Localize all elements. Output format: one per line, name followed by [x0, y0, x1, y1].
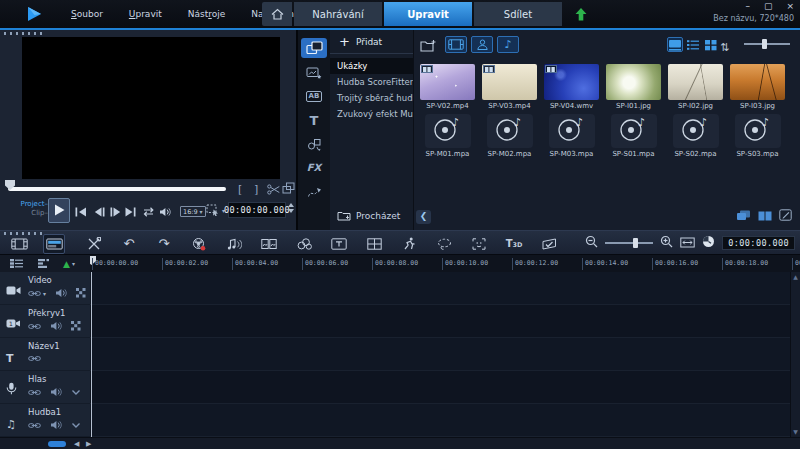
media-item[interactable]: ♪ SP-M03.mpa [544, 114, 599, 158]
track-header-overlay[interactable]: 1 Překryv1 [0, 305, 90, 338]
timeline-view-icon[interactable] [43, 234, 65, 254]
timecode-spinner[interactable] [288, 203, 294, 213]
vertical-scrollbar[interactable]: ▲ ▼ [790, 272, 800, 437]
next-frame-button[interactable] [108, 206, 122, 217]
track-lane-music[interactable] [90, 404, 800, 437]
upgrade-arrow-icon[interactable] [574, 6, 588, 22]
minimize-button[interactable]: – [745, 1, 750, 11]
media-item[interactable]: SP-V02.mp4 [420, 64, 475, 110]
media-thumbnail[interactable] [544, 64, 599, 100]
scrubber-track[interactable] [8, 187, 226, 191]
library-manager-icon[interactable] [736, 206, 751, 225]
mode-clip-label[interactable]: Clip– [10, 209, 48, 218]
mask-creator-icon[interactable] [538, 234, 560, 254]
menu-item-upravit[interactable]: Upravit [116, 9, 175, 19]
track-header-title[interactable]: T Název1 [0, 338, 90, 371]
play-button[interactable] [48, 198, 70, 223]
media-item[interactable]: ♪ SP-S03.mpa [730, 114, 785, 158]
toolbox-icon[interactable] [83, 234, 105, 254]
record-capture-icon[interactable] [188, 234, 210, 254]
media-item[interactable]: SP-I01.jpg [606, 64, 661, 110]
media-thumbnail[interactable] [420, 64, 475, 100]
view-grid-button[interactable] [702, 37, 718, 52]
edit-media-icon[interactable] [779, 206, 792, 225]
media-item[interactable]: ♪ SP-S01.mpa [606, 114, 661, 158]
link-clips-icon[interactable] [28, 388, 41, 397]
multi-trim-icon[interactable] [258, 234, 280, 254]
timeline-timecode[interactable]: 0:00:00.000 [722, 236, 795, 250]
audio-thumbnail[interactable]: ♪ [611, 114, 657, 148]
toolbar-drag-handle[interactable] [4, 232, 42, 235]
instant-project-icon[interactable] [301, 62, 327, 82]
undo-icon[interactable]: ↶ [118, 234, 140, 254]
filter-photo-button[interactable] [471, 36, 493, 53]
audio-thumbnail[interactable]: ♪ [549, 114, 595, 148]
mute-track-icon[interactable] [50, 420, 62, 430]
link-clips-icon[interactable] [28, 322, 41, 331]
zoom-out-icon[interactable] [585, 233, 598, 252]
workspace-tab-upravit[interactable]: Upravit [384, 2, 472, 26]
aspect-ratio-button[interactable]: 16:9▾ [180, 206, 206, 217]
duration-clock-icon[interactable] [702, 233, 715, 252]
track-lane-video[interactable] [90, 272, 800, 305]
horizontal-scrollbar[interactable]: ◀ ▶ [0, 437, 800, 449]
close-button[interactable]: × [786, 1, 794, 11]
media-item[interactable]: SP-I02.jpg [668, 64, 723, 110]
menu-item-nástroje[interactable]: Nástroje [175, 9, 239, 19]
scroll-right-icon[interactable]: ▶ [86, 440, 91, 448]
link-clips-icon[interactable] [28, 421, 41, 430]
link-clips-icon[interactable]: ▾ [28, 289, 46, 298]
media-thumbnail[interactable] [606, 64, 661, 100]
mask-lasso-icon[interactable] [433, 234, 455, 254]
media-thumbnail[interactable] [668, 64, 723, 100]
audio-thumbnail[interactable]: ♪ [487, 114, 533, 148]
transparency-icon[interactable] [76, 288, 86, 298]
view-list-button[interactable] [685, 37, 701, 52]
browse-button[interactable]: Procházet [337, 206, 400, 225]
library-category[interactable]: Ukázky [330, 58, 413, 74]
hscroll-thumb[interactable] [48, 441, 66, 447]
mute-track-icon[interactable] [50, 387, 62, 397]
repeat-button[interactable] [141, 206, 155, 217]
view-thumbnail-button[interactable] [667, 37, 683, 52]
add-folder-button[interactable]: + Přidat [330, 30, 413, 54]
go-end-button[interactable] [124, 206, 138, 217]
sound-mixer-icon[interactable] [223, 234, 245, 254]
audio-thumbnail[interactable]: ♪ [425, 114, 471, 148]
maximize-button[interactable]: ▢ [764, 1, 773, 11]
split-screen-template-icon[interactable] [363, 234, 385, 254]
filter-video-button[interactable] [445, 36, 467, 53]
mute-track-icon[interactable] [55, 288, 67, 298]
volume-button[interactable] [158, 206, 172, 217]
timeline-zoom-slider[interactable] [605, 242, 653, 244]
add-track-button[interactable]: ▲▾ [63, 259, 75, 269]
home-button[interactable] [262, 2, 292, 26]
dual-pane-icon[interactable] [758, 206, 772, 225]
slider-thumb[interactable] [762, 39, 767, 49]
titles-icon[interactable]: T [301, 110, 327, 130]
scroll-up-icon[interactable]: ▲ [793, 274, 798, 280]
redo-icon[interactable]: ↷ [153, 234, 175, 254]
track-lane-voice[interactable] [90, 371, 800, 404]
mark-in-button[interactable]: [ [238, 182, 242, 196]
media-thumbnail[interactable] [730, 64, 785, 100]
audio-thumbnail[interactable]: ♪ [673, 114, 719, 148]
media-item[interactable]: ♪ SP-S02.mpa [668, 114, 723, 158]
media-library-icon[interactable] [301, 38, 327, 58]
motion-path-icon[interactable] [301, 182, 327, 202]
mute-track-icon[interactable] [50, 321, 62, 331]
track-list-icon[interactable] [37, 254, 50, 273]
media-item[interactable]: SP-V04.wmv [544, 64, 599, 110]
scroll-left-icon[interactable]: ◀ [74, 440, 79, 448]
transitions-icon[interactable]: AB [301, 86, 327, 106]
audio-thumbnail[interactable]: ♪ [735, 114, 781, 148]
expand-track-icon[interactable] [71, 422, 81, 429]
filter-audio-button[interactable]: ♪ [497, 36, 519, 53]
enlarge-preview-icon[interactable] [282, 181, 295, 195]
track-lane-title[interactable] [90, 338, 800, 371]
track-header-video[interactable]: Video ▾ [0, 272, 90, 305]
prev-frame-button[interactable] [92, 206, 106, 217]
sort-button[interactable]: ⇅ [720, 36, 729, 55]
subtitle-editor-icon[interactable] [328, 234, 350, 254]
scroll-down-icon[interactable]: ▼ [793, 429, 798, 435]
